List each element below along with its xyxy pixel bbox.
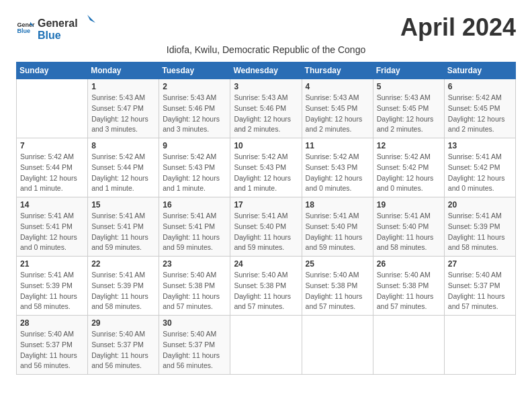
logo-blue-text: Blue bbox=[38, 30, 97, 42]
day-info: Sunrise: 5:41 AM Sunset: 5:41 PM Dayligh… bbox=[20, 211, 84, 253]
day-number: 27 bbox=[448, 259, 512, 269]
day-number: 1 bbox=[91, 82, 155, 91]
calendar-table: SundayMondayTuesdayWednesdayThursdayFrid… bbox=[16, 62, 516, 375]
day-info: Sunrise: 5:42 AM Sunset: 5:44 PM Dayligh… bbox=[91, 152, 155, 194]
logo-icon: General Blue bbox=[16, 18, 35, 37]
day-info: Sunrise: 5:41 AM Sunset: 5:41 PM Dayligh… bbox=[91, 211, 155, 253]
calendar-cell: 21Sunrise: 5:41 AM Sunset: 5:39 PM Dayli… bbox=[17, 257, 88, 316]
calendar-cell: 25Sunrise: 5:40 AM Sunset: 5:38 PM Dayli… bbox=[302, 257, 373, 316]
weekday-header-sunday: Sunday bbox=[17, 62, 88, 79]
calendar-cell: 30Sunrise: 5:40 AM Sunset: 5:37 PM Dayli… bbox=[159, 316, 230, 375]
day-number: 4 bbox=[306, 82, 369, 91]
calendar-cell: 24Sunrise: 5:40 AM Sunset: 5:38 PM Dayli… bbox=[230, 257, 302, 316]
day-number: 13 bbox=[448, 141, 512, 150]
day-info: Sunrise: 5:43 AM Sunset: 5:45 PM Dayligh… bbox=[306, 93, 369, 135]
day-number: 11 bbox=[306, 141, 369, 150]
day-info: Sunrise: 5:40 AM Sunset: 5:38 PM Dayligh… bbox=[163, 270, 226, 312]
day-number: 7 bbox=[20, 141, 84, 150]
calendar-week-4: 21Sunrise: 5:41 AM Sunset: 5:39 PM Dayli… bbox=[17, 257, 516, 316]
day-number: 22 bbox=[91, 259, 155, 269]
calendar-cell: 14Sunrise: 5:41 AM Sunset: 5:41 PM Dayli… bbox=[17, 197, 88, 257]
calendar-cell: 27Sunrise: 5:40 AM Sunset: 5:37 PM Dayli… bbox=[444, 257, 515, 316]
day-number: 29 bbox=[91, 318, 155, 328]
day-info: Sunrise: 5:40 AM Sunset: 5:37 PM Dayligh… bbox=[448, 270, 512, 312]
calendar-cell: 2Sunrise: 5:43 AM Sunset: 5:46 PM Daylig… bbox=[159, 79, 230, 138]
day-number: 28 bbox=[20, 318, 84, 328]
day-number: 9 bbox=[163, 141, 226, 150]
weekday-header-friday: Friday bbox=[373, 62, 444, 79]
logo-general-text: General bbox=[38, 17, 78, 30]
svg-text:Blue: Blue bbox=[17, 28, 30, 34]
calendar-week-3: 14Sunrise: 5:41 AM Sunset: 5:41 PM Dayli… bbox=[17, 197, 516, 257]
day-info: Sunrise: 5:42 AM Sunset: 5:43 PM Dayligh… bbox=[234, 152, 298, 194]
day-info: Sunrise: 5:41 AM Sunset: 5:42 PM Dayligh… bbox=[448, 152, 512, 194]
header: General Blue General Blue April 2024 bbox=[16, 13, 516, 42]
calendar-cell: 5Sunrise: 5:43 AM Sunset: 5:45 PM Daylig… bbox=[373, 79, 444, 138]
day-number: 8 bbox=[91, 141, 155, 150]
calendar-week-2: 7Sunrise: 5:42 AM Sunset: 5:44 PM Daylig… bbox=[17, 138, 516, 197]
day-number: 10 bbox=[234, 141, 298, 150]
day-number: 26 bbox=[377, 259, 441, 269]
calendar-cell: 3Sunrise: 5:43 AM Sunset: 5:46 PM Daylig… bbox=[230, 79, 302, 138]
calendar-week-5: 28Sunrise: 5:40 AM Sunset: 5:37 PM Dayli… bbox=[17, 316, 516, 375]
day-info: Sunrise: 5:42 AM Sunset: 5:44 PM Dayligh… bbox=[20, 152, 84, 194]
calendar-cell: 7Sunrise: 5:42 AM Sunset: 5:44 PM Daylig… bbox=[17, 138, 88, 197]
day-info: Sunrise: 5:41 AM Sunset: 5:40 PM Dayligh… bbox=[234, 211, 298, 253]
day-info: Sunrise: 5:43 AM Sunset: 5:45 PM Dayligh… bbox=[377, 93, 441, 135]
weekday-header-saturday: Saturday bbox=[444, 62, 515, 79]
calendar-cell: 11Sunrise: 5:42 AM Sunset: 5:43 PM Dayli… bbox=[302, 138, 373, 197]
day-number: 24 bbox=[234, 259, 298, 269]
day-info: Sunrise: 5:41 AM Sunset: 5:39 PM Dayligh… bbox=[20, 270, 84, 312]
day-info: Sunrise: 5:42 AM Sunset: 5:43 PM Dayligh… bbox=[306, 152, 369, 194]
calendar-cell: 8Sunrise: 5:42 AM Sunset: 5:44 PM Daylig… bbox=[88, 138, 159, 197]
calendar-cell: 23Sunrise: 5:40 AM Sunset: 5:38 PM Dayli… bbox=[159, 257, 230, 316]
calendar-cell: 15Sunrise: 5:41 AM Sunset: 5:41 PM Dayli… bbox=[88, 197, 159, 257]
calendar-cell bbox=[230, 316, 302, 375]
day-number: 16 bbox=[163, 200, 226, 210]
day-number: 18 bbox=[306, 200, 369, 210]
calendar-cell: 19Sunrise: 5:41 AM Sunset: 5:40 PM Dayli… bbox=[373, 197, 444, 257]
day-number: 14 bbox=[20, 200, 84, 210]
weekday-header-monday: Monday bbox=[88, 62, 159, 79]
calendar-cell: 16Sunrise: 5:41 AM Sunset: 5:41 PM Dayli… bbox=[159, 197, 230, 257]
calendar-cell: 13Sunrise: 5:41 AM Sunset: 5:42 PM Dayli… bbox=[444, 138, 515, 197]
weekday-header-row: SundayMondayTuesdayWednesdayThursdayFrid… bbox=[17, 62, 516, 79]
calendar-cell: 29Sunrise: 5:40 AM Sunset: 5:37 PM Dayli… bbox=[88, 316, 159, 375]
day-number: 25 bbox=[306, 259, 369, 269]
day-info: Sunrise: 5:41 AM Sunset: 5:40 PM Dayligh… bbox=[377, 211, 441, 253]
day-info: Sunrise: 5:42 AM Sunset: 5:42 PM Dayligh… bbox=[377, 152, 441, 194]
day-info: Sunrise: 5:43 AM Sunset: 5:46 PM Dayligh… bbox=[163, 93, 226, 135]
day-number: 17 bbox=[234, 200, 298, 210]
day-info: Sunrise: 5:40 AM Sunset: 5:38 PM Dayligh… bbox=[234, 270, 298, 312]
day-info: Sunrise: 5:42 AM Sunset: 5:45 PM Dayligh… bbox=[448, 93, 512, 135]
day-info: Sunrise: 5:41 AM Sunset: 5:39 PM Dayligh… bbox=[91, 270, 155, 312]
day-number: 15 bbox=[91, 200, 155, 210]
day-info: Sunrise: 5:41 AM Sunset: 5:40 PM Dayligh… bbox=[306, 211, 369, 253]
month-title: April 2024 bbox=[400, 13, 516, 42]
calendar-cell bbox=[444, 316, 515, 375]
day-number: 2 bbox=[163, 82, 226, 91]
calendar-cell: 1Sunrise: 5:43 AM Sunset: 5:47 PM Daylig… bbox=[88, 79, 159, 138]
day-info: Sunrise: 5:43 AM Sunset: 5:46 PM Dayligh… bbox=[234, 93, 298, 135]
day-number: 21 bbox=[20, 259, 84, 269]
day-info: Sunrise: 5:40 AM Sunset: 5:37 PM Dayligh… bbox=[91, 329, 155, 371]
day-info: Sunrise: 5:40 AM Sunset: 5:37 PM Dayligh… bbox=[20, 329, 84, 371]
calendar-cell: 26Sunrise: 5:40 AM Sunset: 5:38 PM Dayli… bbox=[373, 257, 444, 316]
day-number: 3 bbox=[234, 82, 298, 91]
calendar-cell: 28Sunrise: 5:40 AM Sunset: 5:37 PM Dayli… bbox=[17, 316, 88, 375]
calendar-cell: 12Sunrise: 5:42 AM Sunset: 5:42 PM Dayli… bbox=[373, 138, 444, 197]
day-number: 5 bbox=[377, 82, 441, 91]
calendar-cell: 4Sunrise: 5:43 AM Sunset: 5:45 PM Daylig… bbox=[302, 79, 373, 138]
calendar-cell: 6Sunrise: 5:42 AM Sunset: 5:45 PM Daylig… bbox=[444, 79, 515, 138]
calendar-cell bbox=[373, 316, 444, 375]
day-info: Sunrise: 5:41 AM Sunset: 5:39 PM Dayligh… bbox=[448, 211, 512, 253]
day-info: Sunrise: 5:40 AM Sunset: 5:38 PM Dayligh… bbox=[377, 270, 441, 312]
day-info: Sunrise: 5:40 AM Sunset: 5:37 PM Dayligh… bbox=[163, 329, 226, 371]
day-number: 23 bbox=[163, 259, 226, 269]
subtitle: Idiofa, Kwilu, Democratic Republic of th… bbox=[16, 44, 516, 55]
calendar-cell: 10Sunrise: 5:42 AM Sunset: 5:43 PM Dayli… bbox=[230, 138, 302, 197]
weekday-header-tuesday: Tuesday bbox=[159, 62, 230, 79]
calendar-cell: 18Sunrise: 5:41 AM Sunset: 5:40 PM Dayli… bbox=[302, 197, 373, 257]
day-number: 19 bbox=[377, 200, 441, 210]
calendar-cell: 17Sunrise: 5:41 AM Sunset: 5:40 PM Dayli… bbox=[230, 197, 302, 257]
